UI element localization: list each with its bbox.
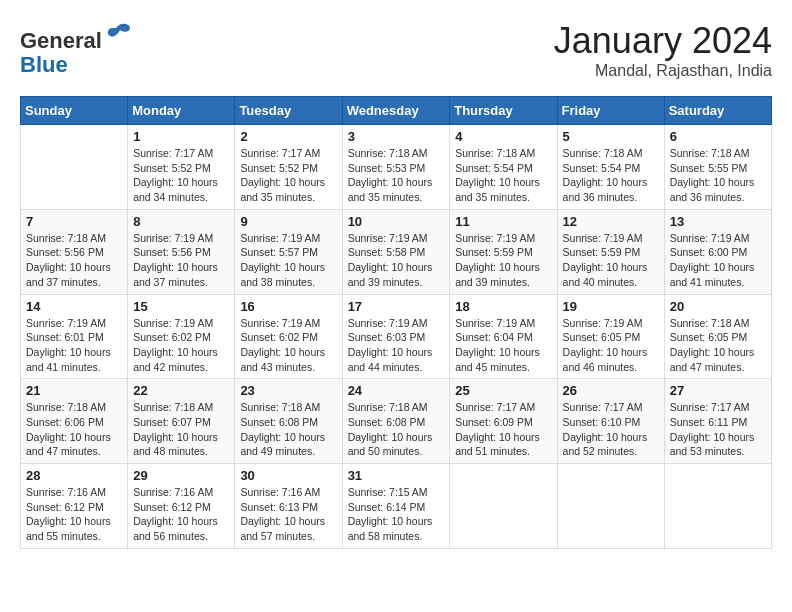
calendar-cell: 29Sunrise: 7:16 AM Sunset: 6:12 PM Dayli… [128,464,235,549]
day-info: Sunrise: 7:18 AM Sunset: 5:54 PM Dayligh… [563,146,659,205]
calendar-table: SundayMondayTuesdayWednesdayThursdayFrid… [20,96,772,549]
calendar-cell: 5Sunrise: 7:18 AM Sunset: 5:54 PM Daylig… [557,125,664,210]
logo-blue: Blue [20,52,68,77]
day-number: 23 [240,383,336,398]
calendar-cell [557,464,664,549]
day-number: 29 [133,468,229,483]
day-header-wednesday: Wednesday [342,97,450,125]
calendar-cell: 8Sunrise: 7:19 AM Sunset: 5:56 PM Daylig… [128,209,235,294]
day-info: Sunrise: 7:19 AM Sunset: 6:00 PM Dayligh… [670,231,766,290]
logo-general: General [20,28,102,53]
day-number: 1 [133,129,229,144]
calendar-header-row: SundayMondayTuesdayWednesdayThursdayFrid… [21,97,772,125]
day-number: 19 [563,299,659,314]
calendar-cell: 26Sunrise: 7:17 AM Sunset: 6:10 PM Dayli… [557,379,664,464]
day-info: Sunrise: 7:15 AM Sunset: 6:14 PM Dayligh… [348,485,445,544]
day-number: 20 [670,299,766,314]
day-number: 25 [455,383,551,398]
day-info: Sunrise: 7:19 AM Sunset: 6:04 PM Dayligh… [455,316,551,375]
day-info: Sunrise: 7:18 AM Sunset: 6:08 PM Dayligh… [348,400,445,459]
calendar-cell: 4Sunrise: 7:18 AM Sunset: 5:54 PM Daylig… [450,125,557,210]
calendar-cell: 9Sunrise: 7:19 AM Sunset: 5:57 PM Daylig… [235,209,342,294]
calendar-cell [450,464,557,549]
day-number: 30 [240,468,336,483]
day-info: Sunrise: 7:16 AM Sunset: 6:12 PM Dayligh… [26,485,122,544]
day-info: Sunrise: 7:17 AM Sunset: 6:10 PM Dayligh… [563,400,659,459]
day-number: 27 [670,383,766,398]
calendar-cell: 31Sunrise: 7:15 AM Sunset: 6:14 PM Dayli… [342,464,450,549]
day-info: Sunrise: 7:19 AM Sunset: 6:03 PM Dayligh… [348,316,445,375]
day-info: Sunrise: 7:18 AM Sunset: 5:56 PM Dayligh… [26,231,122,290]
week-row-1: 1Sunrise: 7:17 AM Sunset: 5:52 PM Daylig… [21,125,772,210]
day-number: 24 [348,383,445,398]
location: Mandal, Rajasthan, India [554,62,772,80]
day-number: 10 [348,214,445,229]
day-number: 15 [133,299,229,314]
calendar-cell: 11Sunrise: 7:19 AM Sunset: 5:59 PM Dayli… [450,209,557,294]
day-number: 6 [670,129,766,144]
day-info: Sunrise: 7:19 AM Sunset: 5:57 PM Dayligh… [240,231,336,290]
calendar-cell: 10Sunrise: 7:19 AM Sunset: 5:58 PM Dayli… [342,209,450,294]
day-info: Sunrise: 7:16 AM Sunset: 6:13 PM Dayligh… [240,485,336,544]
day-number: 7 [26,214,122,229]
day-info: Sunrise: 7:17 AM Sunset: 5:52 PM Dayligh… [240,146,336,205]
week-row-3: 14Sunrise: 7:19 AM Sunset: 6:01 PM Dayli… [21,294,772,379]
week-row-4: 21Sunrise: 7:18 AM Sunset: 6:06 PM Dayli… [21,379,772,464]
day-number: 28 [26,468,122,483]
calendar-cell [21,125,128,210]
day-number: 2 [240,129,336,144]
month-title: January 2024 [554,20,772,62]
day-info: Sunrise: 7:19 AM Sunset: 5:56 PM Dayligh… [133,231,229,290]
day-number: 13 [670,214,766,229]
day-number: 11 [455,214,551,229]
day-number: 14 [26,299,122,314]
day-info: Sunrise: 7:19 AM Sunset: 6:02 PM Dayligh… [133,316,229,375]
day-number: 3 [348,129,445,144]
day-number: 8 [133,214,229,229]
calendar-cell: 2Sunrise: 7:17 AM Sunset: 5:52 PM Daylig… [235,125,342,210]
calendar-cell: 28Sunrise: 7:16 AM Sunset: 6:12 PM Dayli… [21,464,128,549]
calendar-cell: 3Sunrise: 7:18 AM Sunset: 5:53 PM Daylig… [342,125,450,210]
day-info: Sunrise: 7:17 AM Sunset: 5:52 PM Dayligh… [133,146,229,205]
calendar-cell: 12Sunrise: 7:19 AM Sunset: 5:59 PM Dayli… [557,209,664,294]
calendar-cell: 6Sunrise: 7:18 AM Sunset: 5:55 PM Daylig… [664,125,771,210]
day-info: Sunrise: 7:16 AM Sunset: 6:12 PM Dayligh… [133,485,229,544]
logo-bird-icon [104,20,132,48]
calendar-cell: 15Sunrise: 7:19 AM Sunset: 6:02 PM Dayli… [128,294,235,379]
calendar-cell: 1Sunrise: 7:17 AM Sunset: 5:52 PM Daylig… [128,125,235,210]
day-info: Sunrise: 7:19 AM Sunset: 5:59 PM Dayligh… [563,231,659,290]
day-number: 4 [455,129,551,144]
day-info: Sunrise: 7:19 AM Sunset: 6:01 PM Dayligh… [26,316,122,375]
day-header-monday: Monday [128,97,235,125]
calendar-cell: 18Sunrise: 7:19 AM Sunset: 6:04 PM Dayli… [450,294,557,379]
day-info: Sunrise: 7:17 AM Sunset: 6:11 PM Dayligh… [670,400,766,459]
calendar-cell: 22Sunrise: 7:18 AM Sunset: 6:07 PM Dayli… [128,379,235,464]
calendar-cell: 20Sunrise: 7:18 AM Sunset: 6:05 PM Dayli… [664,294,771,379]
day-info: Sunrise: 7:18 AM Sunset: 6:07 PM Dayligh… [133,400,229,459]
day-number: 26 [563,383,659,398]
day-info: Sunrise: 7:18 AM Sunset: 6:05 PM Dayligh… [670,316,766,375]
page-header: General Blue January 2024 Mandal, Rajast… [20,20,772,80]
calendar-cell: 13Sunrise: 7:19 AM Sunset: 6:00 PM Dayli… [664,209,771,294]
day-info: Sunrise: 7:19 AM Sunset: 5:59 PM Dayligh… [455,231,551,290]
day-header-thursday: Thursday [450,97,557,125]
calendar-cell: 14Sunrise: 7:19 AM Sunset: 6:01 PM Dayli… [21,294,128,379]
calendar-cell: 30Sunrise: 7:16 AM Sunset: 6:13 PM Dayli… [235,464,342,549]
logo: General Blue [20,20,132,77]
day-info: Sunrise: 7:18 AM Sunset: 5:54 PM Dayligh… [455,146,551,205]
day-info: Sunrise: 7:18 AM Sunset: 5:55 PM Dayligh… [670,146,766,205]
day-header-sunday: Sunday [21,97,128,125]
calendar-cell: 27Sunrise: 7:17 AM Sunset: 6:11 PM Dayli… [664,379,771,464]
day-header-tuesday: Tuesday [235,97,342,125]
day-number: 12 [563,214,659,229]
day-number: 16 [240,299,336,314]
day-info: Sunrise: 7:18 AM Sunset: 5:53 PM Dayligh… [348,146,445,205]
day-number: 9 [240,214,336,229]
day-number: 22 [133,383,229,398]
week-row-5: 28Sunrise: 7:16 AM Sunset: 6:12 PM Dayli… [21,464,772,549]
calendar-cell: 17Sunrise: 7:19 AM Sunset: 6:03 PM Dayli… [342,294,450,379]
day-number: 21 [26,383,122,398]
calendar-cell: 19Sunrise: 7:19 AM Sunset: 6:05 PM Dayli… [557,294,664,379]
day-number: 18 [455,299,551,314]
day-info: Sunrise: 7:18 AM Sunset: 6:08 PM Dayligh… [240,400,336,459]
